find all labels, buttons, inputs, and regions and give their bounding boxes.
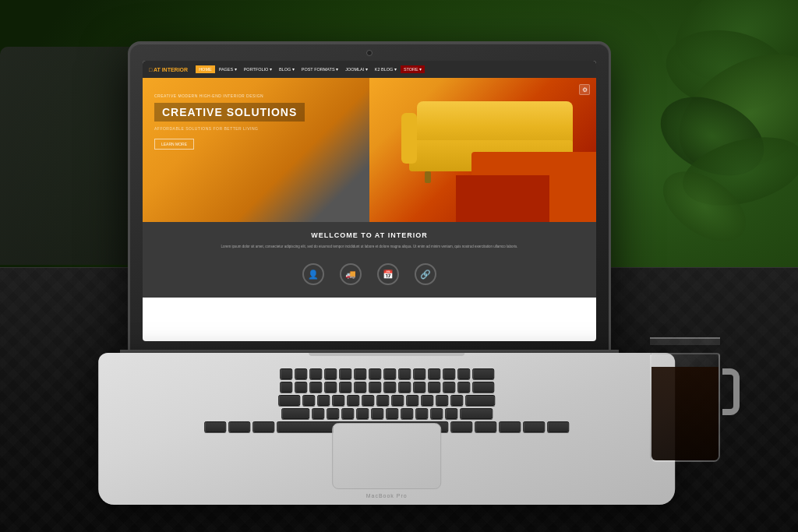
sofa-arm-left [401, 113, 417, 164]
mug-rim [650, 337, 720, 345]
hero-section: CREATIVE MODERN HIGH-END INTERIOR DESIGN… [143, 78, 596, 222]
webcam [366, 50, 373, 56]
truck-icon: 🚚 [340, 263, 362, 285]
nav-pages[interactable]: PAGES ▾ [216, 65, 240, 73]
website-container: □ AT INTERIOR HOME PAGES ▾ PORTFOLIO ▾ B… [143, 61, 596, 341]
calendar-icon: 📅 [377, 263, 399, 285]
hero-tagline: AFFORDABLE SOLUTIONS FOR BETTER LIVING [154, 126, 305, 131]
mug-handle [722, 368, 740, 415]
touchpad[interactable] [332, 423, 441, 489]
nav-post-formats[interactable]: POST FORMATS ▾ [298, 65, 341, 73]
mug-liquid [651, 367, 719, 460]
site-navigation: □ AT INTERIOR HOME PAGES ▾ PORTFOLIO ▾ B… [143, 61, 596, 78]
site-logo: □ AT INTERIOR [149, 67, 188, 72]
welcome-text: Lorem ipsum dolor sit amet, consectetur … [214, 244, 525, 249]
nav-joomla[interactable]: JOOMLAI ▾ [342, 65, 371, 73]
nav-store[interactable]: STORE ▾ [401, 65, 425, 73]
laptop: □ AT INTERIOR HOME PAGES ▾ PORTFOLIO ▾ B… [73, 41, 666, 493]
nav-blog[interactable]: BLOG ▾ [276, 65, 298, 73]
hero-cta-button[interactable]: LEARN MORE [154, 139, 194, 150]
feature-link: 🔗 [415, 263, 436, 285]
hero-red-block [456, 175, 549, 222]
screen-bezel: □ AT INTERIOR HOME PAGES ▾ PORTFOLIO ▾ B… [143, 61, 596, 341]
mug-body [650, 353, 720, 462]
nav-k2[interactable]: K2 BLOG ▾ [372, 65, 400, 73]
nav-items: HOME PAGES ▾ PORTFOLIO ▾ BLOG ▾ POST FOR… [196, 65, 590, 73]
macbook-label: MacBook Pro [366, 493, 408, 499]
feature-delivery: 🚚 [340, 263, 362, 285]
welcome-title: WELLCOME TO AT INTERIOR [158, 231, 581, 239]
laptop-screen-lid: □ AT INTERIOR HOME PAGES ▾ PORTFOLIO ▾ B… [128, 41, 611, 353]
hero-text: CREATIVE MODERN HIGH-END INTERIOR DESIGN… [154, 93, 305, 150]
user-icon: 👤 [302, 263, 324, 285]
feature-user: 👤 [302, 263, 324, 285]
gear-icon[interactable]: ⚙ [579, 84, 590, 95]
welcome-section: WELLCOME TO AT INTERIOR Lorem ipsum dolo… [143, 222, 596, 298]
coffee-glass [642, 337, 736, 462]
link-icon: 🔗 [415, 263, 436, 285]
hero-subtitle: CREATIVE MODERN HIGH-END INTERIOR DESIGN [154, 93, 305, 98]
sofa-leg-left [425, 171, 431, 183]
nav-portfolio[interactable]: PORTFOLIO ▾ [241, 65, 275, 73]
laptop-base: MacBook Pro [98, 353, 675, 505]
hero-title: CREATIVE SOLUTIONS [154, 103, 305, 122]
feature-icons-row: 👤 🚚 📅 🔗 [158, 257, 581, 291]
feature-calendar: 📅 [377, 263, 399, 285]
nav-home[interactable]: HOME [196, 65, 215, 73]
